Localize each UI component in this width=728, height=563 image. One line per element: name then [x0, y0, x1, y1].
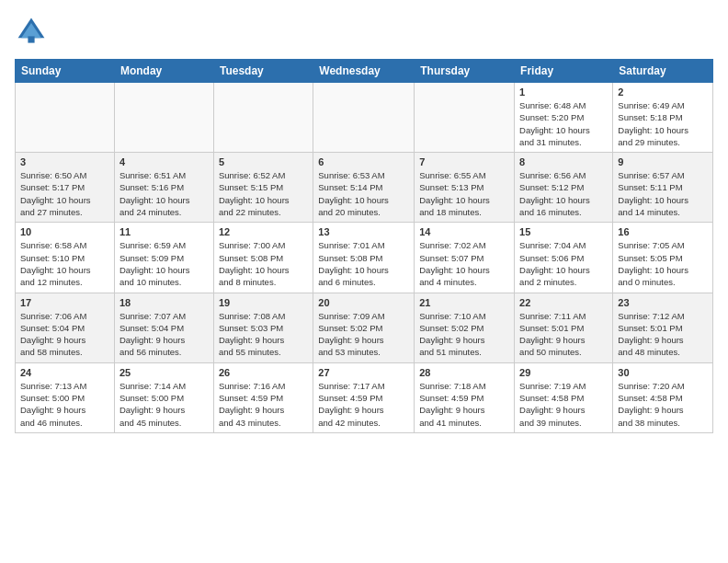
- day-number: 4: [119, 156, 209, 167]
- calendar-cell: 22Sunrise: 7:11 AM Sunset: 5:01 PM Dayli…: [515, 293, 613, 362]
- calendar-cell: 20Sunrise: 7:09 AM Sunset: 5:02 PM Dayli…: [313, 293, 415, 362]
- day-info: Sunrise: 7:10 AM Sunset: 5:02 PM Dayligh…: [419, 310, 509, 359]
- day-info: Sunrise: 7:18 AM Sunset: 4:59 PM Dayligh…: [419, 380, 509, 429]
- day-info: Sunrise: 6:57 AM Sunset: 5:11 PM Dayligh…: [618, 169, 708, 218]
- calendar-cell: 9Sunrise: 6:57 AM Sunset: 5:11 PM Daylig…: [613, 153, 713, 223]
- day-number: 17: [20, 297, 109, 308]
- day-info: Sunrise: 7:13 AM Sunset: 5:00 PM Dayligh…: [20, 380, 109, 429]
- logo: [15, 15, 53, 48]
- day-number: 9: [618, 156, 708, 167]
- calendar-cell: 3Sunrise: 6:50 AM Sunset: 5:17 PM Daylig…: [16, 153, 115, 223]
- calendar-cell: [114, 83, 213, 153]
- day-number: 29: [519, 367, 608, 378]
- day-info: Sunrise: 7:11 AM Sunset: 5:01 PM Dayligh…: [519, 310, 608, 359]
- week-row-5: 24Sunrise: 7:13 AM Sunset: 5:00 PM Dayli…: [16, 362, 713, 432]
- day-number: 27: [318, 367, 409, 378]
- day-number: 14: [419, 226, 509, 237]
- day-info: Sunrise: 7:09 AM Sunset: 5:02 PM Dayligh…: [318, 310, 409, 359]
- calendar-cell: 8Sunrise: 6:56 AM Sunset: 5:12 PM Daylig…: [515, 153, 613, 223]
- calendar-cell: 25Sunrise: 7:14 AM Sunset: 5:00 PM Dayli…: [114, 362, 213, 432]
- day-info: Sunrise: 6:55 AM Sunset: 5:13 PM Dayligh…: [419, 169, 509, 218]
- day-number: 28: [419, 367, 509, 378]
- day-info: Sunrise: 6:56 AM Sunset: 5:12 PM Dayligh…: [519, 169, 608, 218]
- calendar-cell: 19Sunrise: 7:08 AM Sunset: 5:03 PM Dayli…: [213, 293, 313, 362]
- calendar-cell: 29Sunrise: 7:19 AM Sunset: 4:58 PM Dayli…: [515, 362, 613, 432]
- day-info: Sunrise: 7:08 AM Sunset: 5:03 PM Dayligh…: [219, 310, 308, 359]
- calendar-cell: 5Sunrise: 6:52 AM Sunset: 5:15 PM Daylig…: [213, 153, 313, 223]
- day-info: Sunrise: 7:00 AM Sunset: 5:08 PM Dayligh…: [219, 239, 308, 288]
- day-number: 20: [318, 297, 409, 308]
- calendar-cell: [213, 83, 313, 153]
- day-number: 3: [20, 156, 109, 167]
- weekday-tuesday: Tuesday: [213, 60, 313, 83]
- week-row-1: 1Sunrise: 6:48 AM Sunset: 5:20 PM Daylig…: [16, 83, 713, 153]
- day-number: 16: [618, 226, 708, 237]
- day-number: 12: [219, 226, 308, 237]
- day-number: 1: [519, 86, 608, 98]
- calendar-cell: 24Sunrise: 7:13 AM Sunset: 5:00 PM Dayli…: [16, 362, 115, 432]
- calendar-cell: [415, 83, 515, 153]
- calendar-cell: 14Sunrise: 7:02 AM Sunset: 5:07 PM Dayli…: [415, 223, 515, 293]
- svg-rect-2: [28, 36, 34, 42]
- day-info: Sunrise: 6:58 AM Sunset: 5:10 PM Dayligh…: [20, 239, 109, 288]
- day-number: 18: [119, 297, 209, 308]
- day-number: 21: [419, 297, 509, 308]
- day-info: Sunrise: 7:17 AM Sunset: 4:59 PM Dayligh…: [318, 380, 409, 429]
- day-info: Sunrise: 7:02 AM Sunset: 5:07 PM Dayligh…: [419, 239, 509, 288]
- calendar-cell: [313, 83, 415, 153]
- day-info: Sunrise: 6:52 AM Sunset: 5:15 PM Dayligh…: [219, 169, 308, 218]
- day-number: 22: [519, 297, 608, 308]
- calendar-cell: 17Sunrise: 7:06 AM Sunset: 5:04 PM Dayli…: [16, 293, 115, 362]
- calendar-cell: 15Sunrise: 7:04 AM Sunset: 5:06 PM Dayli…: [515, 223, 613, 293]
- calendar-cell: 18Sunrise: 7:07 AM Sunset: 5:04 PM Dayli…: [114, 293, 213, 362]
- calendar-cell: 21Sunrise: 7:10 AM Sunset: 5:02 PM Dayli…: [415, 293, 515, 362]
- calendar-cell: 1Sunrise: 6:48 AM Sunset: 5:20 PM Daylig…: [515, 83, 613, 153]
- day-number: 15: [519, 226, 608, 237]
- calendar-cell: 4Sunrise: 6:51 AM Sunset: 5:16 PM Daylig…: [114, 153, 213, 223]
- calendar-cell: 28Sunrise: 7:18 AM Sunset: 4:59 PM Dayli…: [415, 362, 515, 432]
- day-info: Sunrise: 7:06 AM Sunset: 5:04 PM Dayligh…: [20, 310, 109, 359]
- calendar-table: SundayMondayTuesdayWednesdayThursdayFrid…: [15, 59, 713, 433]
- day-info: Sunrise: 6:50 AM Sunset: 5:17 PM Dayligh…: [20, 169, 109, 218]
- day-number: 25: [119, 367, 209, 378]
- day-number: 11: [119, 226, 209, 237]
- day-info: Sunrise: 7:16 AM Sunset: 4:59 PM Dayligh…: [219, 380, 308, 429]
- week-row-4: 17Sunrise: 7:06 AM Sunset: 5:04 PM Dayli…: [16, 293, 713, 362]
- week-row-3: 10Sunrise: 6:58 AM Sunset: 5:10 PM Dayli…: [16, 223, 713, 293]
- calendar-cell: [16, 83, 115, 153]
- calendar-cell: 13Sunrise: 7:01 AM Sunset: 5:08 PM Dayli…: [313, 223, 415, 293]
- day-info: Sunrise: 6:51 AM Sunset: 5:16 PM Dayligh…: [119, 169, 209, 218]
- day-info: Sunrise: 6:49 AM Sunset: 5:18 PM Dayligh…: [618, 99, 708, 148]
- day-number: 26: [219, 367, 308, 378]
- weekday-thursday: Thursday: [415, 60, 515, 83]
- weekday-friday: Friday: [515, 60, 613, 83]
- calendar-cell: 30Sunrise: 7:20 AM Sunset: 4:58 PM Dayli…: [613, 362, 713, 432]
- calendar-cell: 23Sunrise: 7:12 AM Sunset: 5:01 PM Dayli…: [613, 293, 713, 362]
- day-number: 6: [318, 156, 409, 167]
- day-number: 5: [219, 156, 308, 167]
- week-row-2: 3Sunrise: 6:50 AM Sunset: 5:17 PM Daylig…: [16, 153, 713, 223]
- day-info: Sunrise: 7:20 AM Sunset: 4:58 PM Dayligh…: [618, 380, 708, 429]
- day-info: Sunrise: 7:04 AM Sunset: 5:06 PM Dayligh…: [519, 239, 608, 288]
- calendar-cell: 7Sunrise: 6:55 AM Sunset: 5:13 PM Daylig…: [415, 153, 515, 223]
- day-number: 10: [20, 226, 109, 237]
- day-number: 19: [219, 297, 308, 308]
- calendar-cell: 26Sunrise: 7:16 AM Sunset: 4:59 PM Dayli…: [213, 362, 313, 432]
- calendar-cell: 6Sunrise: 6:53 AM Sunset: 5:14 PM Daylig…: [313, 153, 415, 223]
- weekday-sunday: Sunday: [16, 60, 115, 83]
- weekday-wednesday: Wednesday: [313, 60, 415, 83]
- day-info: Sunrise: 7:14 AM Sunset: 5:00 PM Dayligh…: [119, 380, 209, 429]
- day-info: Sunrise: 7:01 AM Sunset: 5:08 PM Dayligh…: [318, 239, 409, 288]
- day-number: 8: [519, 156, 608, 167]
- logo-icon: [15, 15, 48, 48]
- day-info: Sunrise: 7:12 AM Sunset: 5:01 PM Dayligh…: [618, 310, 708, 359]
- calendar-cell: 16Sunrise: 7:05 AM Sunset: 5:05 PM Dayli…: [613, 223, 713, 293]
- day-info: Sunrise: 6:53 AM Sunset: 5:14 PM Dayligh…: [318, 169, 409, 218]
- calendar-cell: 27Sunrise: 7:17 AM Sunset: 4:59 PM Dayli…: [313, 362, 415, 432]
- day-number: 13: [318, 226, 409, 237]
- calendar-cell: 2Sunrise: 6:49 AM Sunset: 5:18 PM Daylig…: [613, 83, 713, 153]
- calendar-cell: 12Sunrise: 7:00 AM Sunset: 5:08 PM Dayli…: [213, 223, 313, 293]
- day-info: Sunrise: 7:07 AM Sunset: 5:04 PM Dayligh…: [119, 310, 209, 359]
- day-info: Sunrise: 6:59 AM Sunset: 5:09 PM Dayligh…: [119, 239, 209, 288]
- day-info: Sunrise: 7:19 AM Sunset: 4:58 PM Dayligh…: [519, 380, 608, 429]
